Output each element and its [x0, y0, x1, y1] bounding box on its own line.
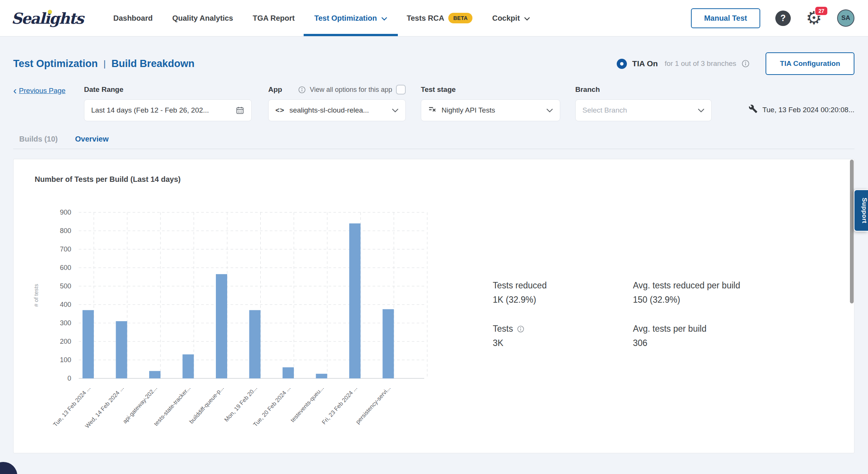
svg-text:600: 600: [60, 264, 71, 271]
svg-text:500: 500: [60, 282, 71, 290]
tests-per-build-bar-chart[interactable]: 0100200300400500600700800900Tue, 13 Feb …: [27, 201, 464, 465]
svg-text:Mon, 19 Feb 20...: Mon, 19 Feb 20...: [223, 385, 258, 423]
test-stage-select[interactable]: Nightly API Tests: [421, 99, 560, 121]
tia-configuration-button[interactable]: TIA Configuration: [766, 52, 854, 75]
nav-item-cockpit[interactable]: Cockpit: [492, 0, 530, 36]
filter-row: ‹ Previous Page Date Range Last 14 days …: [13, 85, 854, 121]
tia-toggle-dot: [620, 62, 623, 66]
sealights-logo[interactable]: Sealights: [11, 9, 87, 27]
tia-scope-label: for 1 out of 3 branches: [665, 59, 736, 68]
svg-text:300: 300: [60, 319, 71, 327]
svg-text:Wed, 14 Feb 2024 ...: Wed, 14 Feb 2024 ...: [84, 385, 125, 430]
tabs-divider: [13, 149, 854, 149]
page-title-row: Test Optimization | Build Breakdown TIA …: [13, 52, 854, 75]
date-range-value: Last 14 days (Feb 12 - Feb 26, 202...: [91, 106, 209, 114]
branch-select[interactable]: Select Branch: [575, 99, 712, 121]
svg-text:800: 800: [60, 227, 71, 235]
view-all-options-checkbox[interactable]: [396, 85, 406, 94]
chevron-down-icon: [392, 108, 399, 113]
nav-item-tga-report[interactable]: TGA Report: [253, 0, 295, 36]
svg-text:testevents-queu...: testevents-queu...: [289, 385, 325, 424]
branch-filter: Branch Select Branch: [575, 85, 712, 121]
chevron-down-icon: [546, 108, 553, 113]
page-title-separator: |: [104, 58, 106, 69]
svg-text:900: 900: [60, 209, 71, 216]
svg-text:builddiff-queue-p...: builddiff-queue-p...: [188, 385, 225, 425]
header-right-cluster: Manual Test ? ⚙ 27 SA: [691, 8, 854, 28]
nav-item-dashboard[interactable]: Dashboard: [113, 0, 153, 36]
tia-status-label: TIA On: [632, 59, 658, 68]
nav-item-tests-rca[interactable]: Tests RCA BETA: [407, 0, 473, 36]
top-navigation-bar: Sealights Dashboard Quality Analytics TG…: [0, 0, 868, 37]
date-range-select[interactable]: Last 14 days (Feb 12 - Feb 26, 202...: [84, 99, 252, 121]
tab-overview[interactable]: Overview: [75, 135, 108, 149]
notifications-badge: 27: [815, 6, 828, 16]
svg-text:api-gateway-202...: api-gateway-202...: [121, 385, 158, 425]
tia-toggle-icon[interactable]: [617, 59, 627, 69]
svg-text:tests-state-tracker...: tests-state-tracker...: [153, 385, 192, 427]
svg-text:400: 400: [60, 301, 71, 308]
main-nav: Dashboard Quality Analytics TGA Report T…: [113, 0, 530, 36]
user-avatar[interactable]: SA: [837, 9, 854, 27]
chevron-down-icon: [381, 14, 387, 23]
page-content: Test Optimization | Build Breakdown TIA …: [0, 52, 868, 453]
svg-text:Tue, 13 Feb 2024 ...: Tue, 13 Feb 2024 ...: [52, 385, 92, 428]
test-stage-icon: [428, 105, 437, 116]
app-label: App: [268, 85, 282, 94]
tests-info-icon[interactable]: [517, 325, 524, 333]
test-stage-filter: Test stage Nightly API Tests: [421, 85, 560, 121]
app-label-row: App View all options for this app: [268, 85, 406, 94]
code-icon: <>: [275, 106, 284, 114]
stat-avg-tests-reduced: Avg. tests reduced per build 150 (32.9%): [633, 280, 740, 305]
tab-builds[interactable]: Builds (10): [19, 135, 58, 149]
chart-title: Number of Tests per Build (Last 14 days): [35, 175, 181, 184]
date-range-label: Date Range: [84, 85, 252, 94]
previous-page-link[interactable]: ‹ Previous Page: [13, 87, 70, 95]
tabs-row: Builds (10) Overview: [13, 135, 854, 149]
nav-item-test-optimization[interactable]: Test Optimization: [314, 0, 387, 36]
stat-tests-reduced: Tests reduced 1K (32.9%): [493, 280, 633, 305]
logo-dot: [48, 10, 52, 14]
manual-test-button[interactable]: Manual Test: [691, 8, 760, 28]
tia-info-icon[interactable]: [741, 59, 750, 68]
help-icon[interactable]: ?: [775, 11, 791, 26]
svg-text:0: 0: [67, 375, 71, 382]
branch-placeholder: Select Branch: [582, 106, 627, 114]
build-timestamp-text: Tue, 13 Feb 2024 00:20:08...: [763, 106, 854, 114]
tia-status-cluster: TIA On for 1 out of 3 branches TIA Confi…: [617, 52, 854, 75]
build-timestamp: Tue, 13 Feb 2024 00:20:08...: [749, 104, 854, 115]
overview-card: Number of Tests per Build (Last 14 days)…: [13, 159, 854, 453]
app-filter: App View all options for this app <> sea…: [268, 85, 406, 121]
page-title: Test Optimization | Build Breakdown: [13, 58, 194, 70]
vertical-scrollbar-thumb[interactable]: [850, 160, 854, 303]
summary-stats: Tests reduced 1K (32.9%) Avg. tests redu…: [493, 280, 740, 348]
view-all-options-label: View all options for this app: [310, 86, 392, 94]
page-title-primary: Test Optimization: [13, 58, 98, 70]
test-stage-label: Test stage: [421, 85, 560, 94]
settings-gear-icon[interactable]: ⚙ 27: [806, 9, 822, 27]
chat-widget-bubble[interactable]: [0, 462, 17, 474]
app-value: sealights-sl-cloud-relea...: [289, 106, 369, 114]
support-tab[interactable]: Support: [854, 189, 868, 232]
chevron-left-icon: ‹: [13, 87, 17, 94]
app-info-icon[interactable]: [298, 86, 306, 94]
stat-tests: Tests 3K: [493, 324, 633, 348]
svg-text:700: 700: [60, 245, 71, 253]
chevron-down-icon: [698, 108, 704, 113]
app-select[interactable]: <> sealights-sl-cloud-relea...: [268, 99, 406, 121]
page-title-secondary: Build Breakdown: [112, 58, 195, 70]
stat-avg-tests-per-build: Avg. tests per build 306: [633, 324, 740, 348]
svg-text:200: 200: [60, 338, 71, 345]
date-range-filter: Date Range Last 14 days (Feb 12 - Feb 26…: [84, 85, 252, 121]
svg-text:Fri, 23 Feb 2024 ...: Fri, 23 Feb 2024 ...: [321, 385, 358, 426]
chevron-down-icon: [524, 14, 530, 23]
view-all-options-cluster: View all options for this app: [298, 85, 406, 94]
wrench-icon: [749, 104, 758, 115]
svg-text:100: 100: [60, 356, 71, 364]
beta-badge: BETA: [448, 13, 472, 23]
calendar-icon: [235, 106, 245, 115]
svg-text:Tue, 20 Feb 2024 ...: Tue, 20 Feb 2024 ...: [252, 385, 292, 428]
logo-text: Sealights: [11, 9, 83, 27]
branch-label: Branch: [575, 85, 712, 94]
nav-item-quality-analytics[interactable]: Quality Analytics: [172, 0, 233, 36]
